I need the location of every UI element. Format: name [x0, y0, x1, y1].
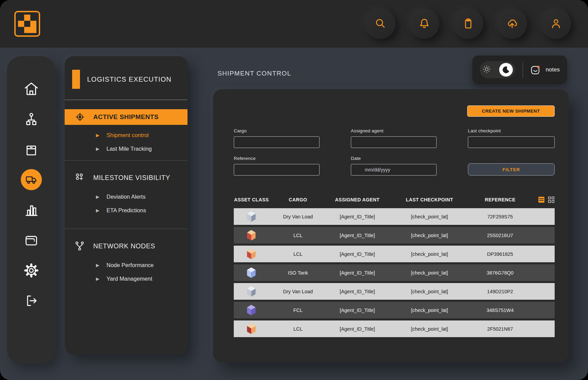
nav-item-label: Last Mile Tracking: [107, 146, 152, 152]
checkpoint-cell: [check_point_lat]: [388, 308, 471, 313]
sun-icon[interactable]: [482, 65, 491, 75]
list-view-icon[interactable]: [538, 196, 545, 203]
column-header-assigned-agent: ASSIGNED AGENT: [327, 197, 388, 202]
sidebar-item-network[interactable]: [23, 111, 39, 127]
table-row[interactable]: Dry Van Load [Agent_ID_Title] [check_poi…: [234, 283, 555, 300]
nav-item-last-mile-tracking[interactable]: ▶ Last Mile Tracking: [65, 142, 187, 155]
nav-section-title: NETWORK NODES: [93, 242, 155, 250]
upload-button[interactable]: [497, 9, 527, 39]
sidebar-item-wallet[interactable]: [23, 232, 39, 248]
reference-label: Reference: [234, 156, 320, 161]
nav-item-label: ETA Predictions: [107, 207, 146, 214]
sidebar-item-analytics[interactable]: [23, 202, 39, 218]
compass-icon: [75, 112, 85, 122]
nav-header-accent-block: [72, 70, 80, 89]
topbar-actions: [365, 9, 571, 39]
cargo-box-orange-icon: [246, 323, 257, 335]
cargo-cell: LCL: [269, 233, 327, 238]
nav-header: LOGISTICS EXECUTION: [65, 56, 187, 100]
notifications-button[interactable]: [409, 9, 439, 39]
cargo-input[interactable]: [234, 136, 320, 148]
nav-item-shipment-control[interactable]: ▶ Shipment control: [65, 128, 187, 142]
app-window: LOGISTICS EXECUTION ACTIVE SHIPMENTS ▶ S…: [0, 0, 588, 380]
nav-item-deviation-alerts[interactable]: ▶ Deviation Alerts: [65, 190, 187, 203]
nav-panel: LOGISTICS EXECUTION ACTIVE SHIPMENTS ▶ S…: [65, 56, 187, 354]
nav-section-milestone-visibility: MILESTONE VISIBILITY ▶ Deviation Alerts …: [65, 161, 187, 229]
table-row[interactable]: LCL [Agent_ID_Title] [check_point_lat] 2…: [234, 320, 555, 337]
search-icon: [374, 17, 387, 30]
cargo-cell: Dry Van Load: [269, 289, 327, 294]
date-label: Date: [351, 156, 437, 161]
column-header-cargo: CARGO: [269, 197, 327, 202]
nav-section-active-shipments[interactable]: ACTIVE SHIPMENTS: [65, 109, 187, 125]
cargo-box-orange-icon: [246, 248, 257, 260]
notes-button[interactable]: notes: [530, 64, 560, 76]
nav-item-node-performance[interactable]: ▶ Node Performance: [65, 258, 187, 272]
sidebar-item-inventory[interactable]: [23, 141, 39, 158]
reference-cell: 149D210P2: [471, 289, 529, 294]
cloud-upload-icon: [506, 17, 519, 30]
last-checkpoint-label: Last checkpoint: [468, 128, 555, 133]
nav-item-eta-predictions[interactable]: ▶ ETA Predictions: [65, 203, 187, 217]
truck-icon: [25, 173, 38, 186]
triangle-bullet-icon: ▶: [96, 263, 99, 267]
grid-view-icon[interactable]: [548, 196, 555, 203]
profile-button[interactable]: [541, 9, 571, 39]
wallet-icon: [24, 233, 39, 248]
last-checkpoint-input[interactable]: [468, 136, 555, 148]
archive-box-icon: [24, 142, 39, 157]
date-field: Date: [351, 156, 437, 176]
cargo-box-silver-icon: [246, 211, 257, 222]
bar-chart-icon: [24, 202, 39, 217]
sidebar-item-settings[interactable]: [23, 262, 39, 279]
table-header: ASSET CLASS CARGO ASSIGNED AGENT LAST CH…: [234, 195, 555, 205]
assigned-agent-input[interactable]: [351, 136, 437, 148]
notes-badge-dot: [537, 66, 540, 68]
sidebar-item-shipments[interactable]: [21, 169, 42, 190]
table-row[interactable]: ISO Tank [Agent_ID_Title] [check_point_l…: [234, 264, 555, 281]
agent-cell: [Agent_ID_Title]: [327, 251, 388, 257]
cargo-field: Cargo: [234, 128, 320, 148]
column-header-reference: REFERENCE: [471, 197, 529, 202]
clipboard-button[interactable]: [453, 9, 483, 39]
notes-icon: [530, 64, 541, 76]
nav-item-label: Deviation Alerts: [107, 194, 146, 200]
cargo-box-silver-icon: [246, 285, 257, 297]
table-row[interactable]: LCL [Agent_ID_Title] [check_point_lat] 2…: [234, 227, 555, 244]
search-button[interactable]: [365, 9, 395, 39]
assigned-agent-field: Assigned agent: [351, 128, 437, 148]
column-header-last-checkpoint: LAST CHECKPOINT: [388, 197, 471, 202]
user-icon: [550, 17, 562, 30]
bell-icon: [418, 17, 431, 30]
table-row[interactable]: FCL [Agent_ID_Title] [check_point_lat] 3…: [234, 302, 555, 318]
table-row[interactable]: Dry Van Load [Agent_ID_Title] [check_poi…: [234, 208, 555, 225]
nav-item-yard-management[interactable]: ▶ Yard Management: [65, 272, 187, 285]
column-header-asset-class: ASSET CLASS: [234, 197, 269, 202]
sidebar-item-logout[interactable]: [23, 293, 39, 309]
theme-widget: notes: [472, 55, 567, 84]
agent-cell: [Agent_ID_Title]: [327, 214, 388, 219]
filter-form: Cargo Assigned agent Last checkpoint Ref…: [234, 128, 555, 176]
reference-input[interactable]: [234, 164, 320, 176]
moon-icon[interactable]: [499, 63, 513, 77]
checkpoint-cell: [check_point_lat]: [388, 233, 471, 238]
cargo-cell: FCL: [269, 308, 327, 313]
table-body: Dry Van Load [Agent_ID_Title] [check_poi…: [234, 208, 555, 337]
sidebar-item-home[interactable]: [23, 81, 39, 97]
agent-cell: [Agent_ID_Title]: [327, 308, 388, 313]
nav-section-header[interactable]: MILESTONE VISIBILITY: [65, 172, 187, 183]
theme-toggle[interactable]: [480, 61, 515, 78]
checkpoint-cell: [check_point_lat]: [388, 289, 471, 294]
table-row[interactable]: LCL [Agent_ID_Title] [check_point_lat] D…: [234, 246, 555, 262]
filter-button[interactable]: FILTER: [468, 163, 555, 176]
checkpoint-cell: [check_point_lat]: [388, 270, 471, 276]
cargo-cell: LCL: [269, 326, 327, 332]
nav-section-header[interactable]: NETWORK NODES: [65, 241, 187, 251]
create-new-shipment-button[interactable]: CREATE NEW SHIPMENT: [467, 105, 555, 117]
nav-section-network-nodes: NETWORK NODES ▶ Node Performance ▶ Yard …: [65, 229, 187, 290]
date-input[interactable]: [351, 164, 437, 176]
reference-cell: 3876G78Q0: [471, 270, 529, 276]
app-logo: [14, 11, 40, 37]
cargo-label: Cargo: [234, 128, 320, 133]
checkpoint-cell: [check_point_lat]: [388, 326, 471, 332]
